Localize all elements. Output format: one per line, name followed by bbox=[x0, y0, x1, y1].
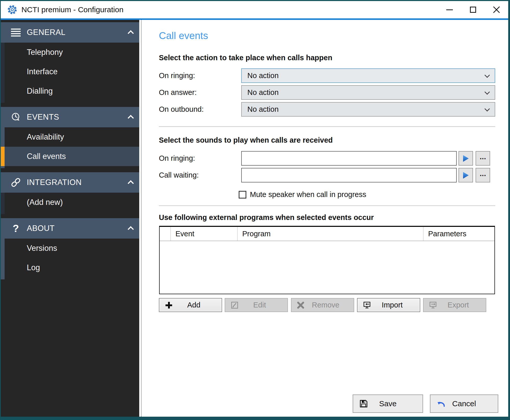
chevron-up-icon bbox=[128, 180, 134, 186]
sidebar-section-about[interactable]: ? ABOUT bbox=[1, 218, 139, 239]
on-ringing-sound-input[interactable] bbox=[241, 151, 457, 166]
browse-waiting-sound-button[interactable]: ... bbox=[476, 168, 490, 182]
column-header-parameters: Parameters bbox=[424, 227, 494, 241]
edit-button[interactable]: Edit bbox=[225, 298, 288, 312]
sidebar-splitter[interactable] bbox=[139, 20, 144, 417]
minimize-button[interactable] bbox=[438, 1, 461, 18]
sidebar-item-telephony[interactable]: Telephony bbox=[5, 43, 139, 62]
pencil-icon bbox=[231, 301, 238, 309]
item-label: Availability bbox=[27, 132, 64, 142]
sidebar-section-integration[interactable]: INTEGRATION bbox=[1, 172, 139, 193]
mute-speaker-checkbox[interactable] bbox=[239, 191, 246, 199]
section-label: GENERAL bbox=[27, 28, 66, 37]
section-divider bbox=[159, 126, 495, 127]
remove-button[interactable]: Remove bbox=[291, 298, 354, 312]
import-button[interactable]: Import bbox=[357, 298, 420, 312]
button-label: Add bbox=[173, 301, 222, 309]
export-button[interactable]: Export bbox=[423, 298, 486, 312]
close-icon bbox=[493, 6, 500, 14]
on-answer-action-select[interactable]: No action bbox=[241, 85, 495, 100]
item-label: Interface bbox=[27, 67, 58, 76]
sidebar: GENERAL Telephony Interface Dialling bbox=[1, 20, 139, 417]
link-icon bbox=[10, 177, 22, 188]
ellipsis-icon: ... bbox=[480, 155, 486, 158]
sidebar-item-dialling[interactable]: Dialling bbox=[5, 81, 139, 101]
on-outbound-action-select[interactable]: No action bbox=[241, 102, 495, 117]
chevron-down-icon bbox=[484, 106, 490, 112]
sidebar-item-interface[interactable]: Interface bbox=[5, 62, 139, 81]
section-label: EVENTS bbox=[27, 113, 59, 122]
save-icon bbox=[359, 399, 368, 408]
sidebar-section-general[interactable]: GENERAL bbox=[1, 22, 139, 43]
sidebar-item-availability[interactable]: Availability bbox=[5, 127, 139, 147]
sounds-heading: Select the sounds to play when calls are… bbox=[159, 136, 333, 144]
import-icon bbox=[363, 301, 371, 309]
button-label: Remove bbox=[304, 301, 354, 309]
selected-value: No action bbox=[247, 88, 279, 97]
undo-arrow-icon bbox=[437, 400, 446, 408]
sidebar-item-log[interactable]: Log bbox=[5, 258, 139, 277]
splitter-dotted-line bbox=[141, 20, 142, 417]
app-body: GENERAL Telephony Interface Dialling bbox=[1, 20, 508, 417]
selected-indicator bbox=[1, 147, 5, 166]
play-ringing-sound-button[interactable] bbox=[458, 151, 473, 166]
minimize-icon bbox=[446, 9, 453, 10]
x-icon bbox=[297, 302, 304, 309]
sidebar-section-general-items: Telephony Interface Dialling bbox=[1, 43, 139, 103]
app-window: NCTI premium - Configuration bbox=[0, 0, 510, 420]
item-label: (Add new) bbox=[27, 198, 63, 207]
play-icon bbox=[463, 155, 469, 162]
actions-heading: Select the action to take place when cal… bbox=[159, 54, 332, 62]
sidebar-item-add-new[interactable]: (Add new) bbox=[5, 193, 139, 212]
on-answer-action-label: On answer: bbox=[159, 85, 197, 100]
play-waiting-sound-button[interactable] bbox=[458, 168, 473, 182]
cancel-button[interactable]: Cancel bbox=[430, 394, 498, 413]
gear-icon bbox=[7, 5, 17, 15]
call-waiting-sound-label: Call waiting: bbox=[159, 168, 199, 182]
button-label: Cancel bbox=[452, 399, 476, 408]
on-ringing-action-select[interactable]: No action bbox=[241, 68, 495, 83]
browse-ringing-sound-button[interactable]: ... bbox=[476, 151, 490, 166]
window-controls bbox=[438, 1, 508, 18]
button-label: Save bbox=[379, 399, 397, 408]
item-label: Log bbox=[27, 263, 40, 272]
item-label: Versions bbox=[27, 244, 57, 253]
column-header-program: Program bbox=[238, 227, 424, 241]
window-title: NCTI premium - Configuration bbox=[21, 5, 123, 14]
selected-value: No action bbox=[247, 71, 279, 80]
chevron-up-icon bbox=[128, 226, 134, 232]
selected-value: No action bbox=[247, 105, 279, 114]
programs-table[interactable]: Event Program Parameters bbox=[159, 226, 495, 294]
sidebar-section-integration-items: (Add new) bbox=[1, 193, 139, 214]
call-waiting-sound-input[interactable] bbox=[241, 168, 457, 182]
page-title: Call events bbox=[159, 30, 208, 41]
play-icon bbox=[463, 171, 469, 179]
chevron-up-icon bbox=[128, 115, 134, 121]
ellipsis-icon: ... bbox=[480, 172, 486, 175]
mute-speaker-label: Mute speaker when call in progress bbox=[250, 189, 366, 200]
chevron-up-icon bbox=[128, 30, 134, 36]
programs-heading: Use following external programs when sel… bbox=[159, 213, 374, 222]
sidebar-item-versions[interactable]: Versions bbox=[5, 239, 139, 258]
sidebar-section-events-items: Availability Call events bbox=[1, 127, 139, 168]
chevron-down-icon bbox=[484, 89, 490, 95]
item-label: Dialling bbox=[27, 87, 53, 96]
button-label: Export bbox=[437, 301, 486, 309]
item-label: Telephony bbox=[27, 48, 63, 57]
export-icon bbox=[429, 301, 437, 309]
hamburger-icon bbox=[10, 28, 22, 37]
maximize-icon bbox=[470, 7, 476, 13]
on-ringing-action-label: On ringing: bbox=[159, 68, 195, 83]
section-label: ABOUT bbox=[27, 224, 55, 233]
programs-table-header: Event Program Parameters bbox=[160, 227, 494, 241]
maximize-button[interactable] bbox=[461, 1, 485, 18]
section-divider bbox=[159, 205, 495, 206]
add-button[interactable]: Add bbox=[159, 298, 222, 312]
sidebar-item-call-events[interactable]: Call events bbox=[5, 147, 139, 166]
close-button[interactable] bbox=[485, 1, 508, 18]
programs-table-body[interactable] bbox=[160, 241, 494, 293]
content-panel: Call events Select the action to take pl… bbox=[144, 20, 508, 417]
sidebar-section-events[interactable]: EVENTS bbox=[1, 107, 139, 127]
question-icon: ? bbox=[10, 223, 22, 233]
save-button[interactable]: Save bbox=[353, 394, 423, 413]
